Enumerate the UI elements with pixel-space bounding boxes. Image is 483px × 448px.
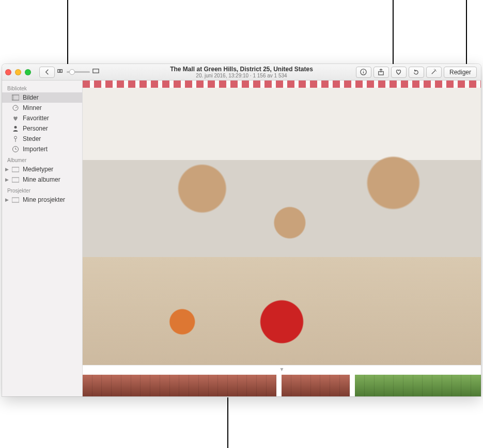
heart-icon (395, 68, 402, 76)
zoom-slider-thumb[interactable] (69, 69, 75, 75)
thumbnail[interactable] (330, 375, 340, 396)
disclosure-triangle-icon[interactable]: ▶ (5, 197, 10, 202)
magic-wand-icon (430, 68, 438, 76)
sidebar-item-mediatypes[interactable]: ▶ Medietyper (2, 164, 82, 174)
back-button[interactable] (39, 67, 55, 78)
thumbnail[interactable] (394, 375, 403, 396)
zoom-slider-group (57, 67, 100, 77)
info-icon (360, 68, 367, 76)
thumbnail[interactable] (432, 375, 442, 396)
thumbnail[interactable] (112, 375, 121, 396)
thumbnail[interactable] (384, 375, 394, 396)
thumbnail[interactable] (375, 375, 384, 396)
sidebar-item-places[interactable]: Steder (2, 134, 82, 144)
svg-rect-1 (60, 70, 63, 73)
zoom-in-icon (92, 67, 100, 77)
thumbnail[interactable] (247, 375, 257, 396)
thumbnail[interactable] (461, 375, 471, 396)
thumbnail[interactable] (199, 375, 209, 396)
info-button[interactable] (356, 67, 371, 78)
zoom-slider[interactable] (67, 71, 90, 73)
sidebar-item-people[interactable]: Personer (2, 123, 82, 134)
thumbnail[interactable] (83, 375, 92, 396)
filmstrip-handle-icon[interactable]: ▼ (279, 366, 285, 372)
thumbnail[interactable] (442, 375, 452, 396)
thumbnail[interactable] (365, 375, 375, 396)
svg-rect-8 (12, 95, 14, 100)
thumbnail[interactable] (228, 375, 238, 396)
disclosure-triangle-icon[interactable]: ▶ (5, 167, 10, 172)
svg-rect-0 (58, 70, 60, 73)
auto-enhance-button[interactable] (426, 67, 442, 78)
thumbnail[interactable] (238, 375, 247, 396)
share-button[interactable] (373, 67, 389, 78)
sidebar-item-myalbums[interactable]: ▶ Mine albumer (2, 174, 82, 185)
thumbnail[interactable] (102, 375, 112, 396)
folder-icon (11, 166, 20, 173)
disclosure-triangle-icon[interactable]: ▶ (5, 177, 10, 182)
thumbnail[interactable] (340, 375, 350, 396)
titlebar: The Mall at Green Hills, District 25, Un… (2, 64, 481, 81)
svg-rect-2 (93, 69, 99, 73)
thumbnail-gap (350, 375, 355, 396)
sidebar-item-label: Personer (23, 125, 48, 132)
thumbnail[interactable] (320, 375, 330, 396)
share-icon (377, 68, 385, 76)
svg-point-11 (14, 136, 17, 139)
thumbnail-gap (276, 375, 282, 396)
thumbnail[interactable] (423, 375, 432, 396)
thumbnail[interactable] (209, 375, 219, 396)
chevron-left-icon (43, 68, 51, 76)
rotate-button[interactable] (409, 67, 424, 78)
pin-icon (11, 135, 20, 142)
svg-rect-15 (12, 178, 19, 182)
sidebar-header-library: Bibliotek (2, 83, 82, 92)
thumbnail-filmstrip[interactable] (83, 375, 481, 396)
thumbnail[interactable] (141, 375, 150, 396)
right-toolbar: Rediger (355, 67, 478, 78)
edit-button[interactable]: Rediger (444, 67, 477, 78)
sidebar-item-label: Mine albumer (23, 176, 60, 183)
thumbnail[interactable] (150, 375, 160, 396)
rotate-icon (412, 68, 420, 76)
thumbnail[interactable] (403, 375, 413, 396)
thumbnail[interactable] (355, 375, 365, 396)
favorite-button[interactable] (391, 67, 407, 78)
thumbnail[interactable] (301, 375, 311, 396)
thumbnail[interactable] (131, 375, 141, 396)
folder-icon (11, 176, 20, 183)
sidebar-item-photos[interactable]: Bilder (2, 92, 82, 103)
thumbnail[interactable] (160, 375, 170, 396)
sidebar-item-label: Steder (23, 135, 41, 142)
thumbnail[interactable] (121, 375, 131, 396)
thumbnail[interactable] (257, 375, 267, 396)
thumbnail[interactable] (189, 375, 199, 396)
zoom-out-icon (57, 67, 65, 77)
sidebar-item-label: Mine prosjekter (23, 196, 65, 203)
sidebar-item-label: Importert (23, 146, 48, 153)
callout-line (466, 0, 467, 65)
thumbnail[interactable] (311, 375, 321, 396)
photo-viewer[interactable] (83, 81, 481, 365)
thumbnail[interactable] (218, 375, 228, 396)
thumbnail[interactable] (267, 375, 276, 396)
fullscreen-button[interactable] (25, 69, 31, 75)
sidebar-item-memories[interactable]: Minner (2, 103, 82, 113)
thumbnail[interactable] (179, 375, 189, 396)
sidebar: Bibliotek Bilder Minner Favoritter (2, 81, 83, 396)
sidebar-header-projects: Prosjekter (2, 185, 82, 195)
sidebar-item-favorites[interactable]: Favoritter (2, 113, 82, 123)
thumbnail[interactable] (413, 375, 423, 396)
window-body: Bibliotek Bilder Minner Favoritter (2, 81, 481, 396)
thumbnail[interactable] (452, 375, 462, 396)
thumbnail[interactable] (170, 375, 180, 396)
svg-rect-16 (12, 198, 19, 202)
sidebar-item-myprojects[interactable]: ▶ Mine prosjekter (2, 195, 82, 205)
thumbnail[interactable] (92, 375, 102, 396)
thumbnail[interactable] (291, 375, 301, 396)
thumbnail[interactable] (282, 375, 291, 396)
sidebar-item-imported[interactable]: Importert (2, 144, 82, 154)
minimize-button[interactable] (15, 69, 21, 75)
close-button[interactable] (5, 69, 11, 75)
thumbnail[interactable] (471, 375, 481, 396)
